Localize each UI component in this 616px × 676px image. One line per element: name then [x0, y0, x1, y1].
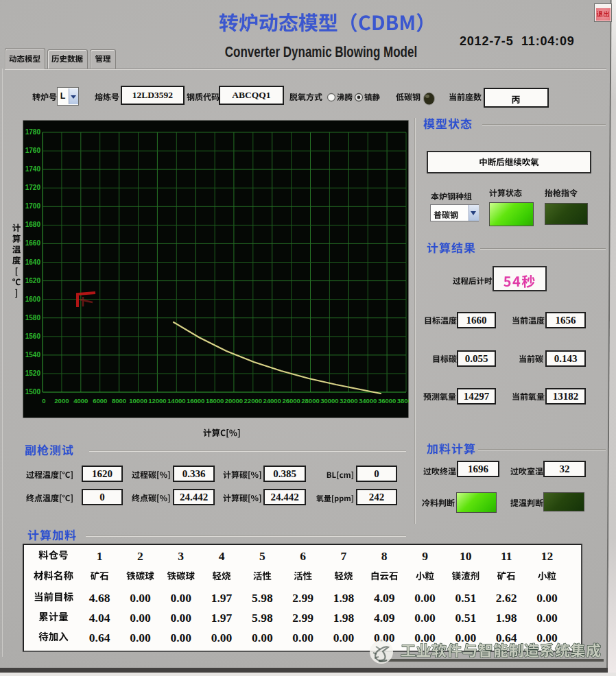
svg-text:4000: 4000: [73, 397, 88, 405]
svg-text:1560: 1560: [25, 333, 41, 340]
svg-text:12000: 12000: [148, 397, 166, 405]
svg-text:1620: 1620: [25, 277, 41, 285]
svg-text:1680: 1680: [25, 221, 41, 228]
svg-text:28000: 28000: [301, 397, 319, 405]
svg-text:14000: 14000: [167, 397, 185, 405]
svg-text:34000: 34000: [359, 397, 377, 405]
svg-text:1740: 1740: [25, 165, 41, 173]
svg-text:38000: 38000: [397, 397, 409, 405]
svg-text:1760: 1760: [25, 147, 41, 154]
svg-text:1540: 1540: [25, 351, 41, 359]
svg-text:36000: 36000: [378, 397, 396, 405]
svg-text:1580: 1580: [25, 314, 41, 322]
svg-text:1780: 1780: [25, 128, 41, 136]
svg-text:32000: 32000: [340, 397, 357, 405]
svg-text:1640: 1640: [25, 258, 41, 266]
svg-text:20000: 20000: [225, 397, 243, 405]
svg-text:8000: 8000: [112, 397, 126, 405]
svg-text:1520: 1520: [25, 370, 41, 377]
svg-text:16000: 16000: [187, 397, 204, 405]
svg-text:24000: 24000: [263, 397, 281, 405]
svg-text:22000: 22000: [244, 397, 262, 405]
svg-text:10000: 10000: [129, 397, 147, 405]
svg-text:26000: 26000: [282, 397, 300, 405]
svg-text:1600: 1600: [25, 295, 41, 303]
svg-text:18000: 18000: [206, 397, 224, 405]
svg-text:1720: 1720: [25, 184, 41, 191]
svg-text:1700: 1700: [25, 202, 41, 210]
svg-text:1660: 1660: [25, 239, 41, 247]
svg-text:1500: 1500: [25, 388, 41, 396]
svg-text:30000: 30000: [320, 397, 338, 405]
svg-text:2000: 2000: [54, 397, 69, 405]
svg-text:0: 0: [42, 397, 45, 405]
svg-text:6000: 6000: [93, 397, 107, 405]
